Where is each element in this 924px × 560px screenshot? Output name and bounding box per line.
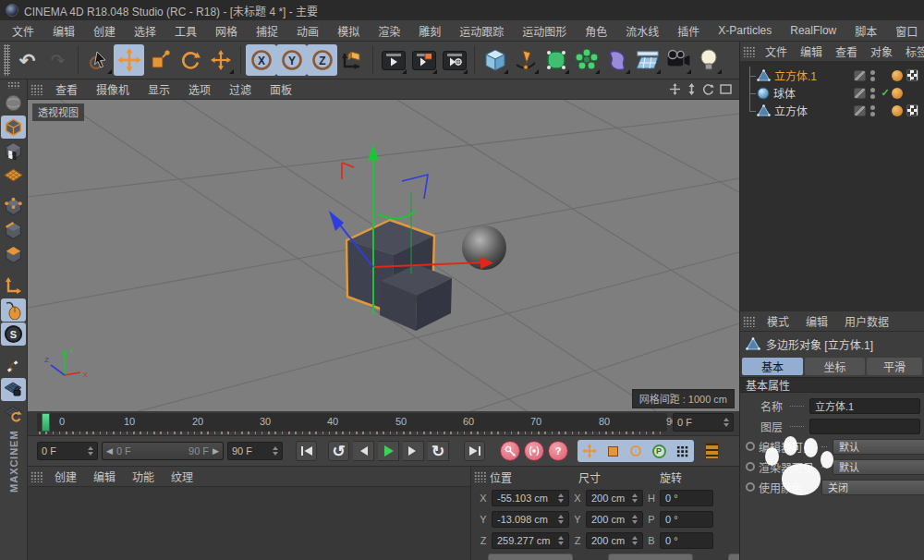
redo-button[interactable]: ↷	[43, 44, 73, 76]
menu-item[interactable]: 渲染	[370, 21, 408, 41]
lock-y-axis-button[interactable]: Y	[276, 44, 307, 76]
snap-settings-button[interactable]: S	[1, 323, 26, 346]
layer-input[interactable]	[809, 419, 920, 434]
visibility-dots-icon[interactable]	[869, 88, 876, 99]
object-row-sphere[interactable]: 球体 ✓	[740, 84, 924, 102]
viewport-pan-icon[interactable]	[669, 83, 681, 95]
material-menu-item[interactable]: 创建	[46, 467, 85, 486]
object-manager-menu-item[interactable]: 标签	[899, 42, 924, 61]
camera-button[interactable]	[663, 44, 693, 76]
timeline-frame-field[interactable]: 0 F	[673, 413, 734, 432]
rotation-field[interactable]: 0 °	[660, 511, 713, 528]
position-field[interactable]: -55.103 cm	[492, 490, 569, 506]
viewport-menu-item[interactable]: 面板	[261, 79, 301, 99]
material-menu-item[interactable]: 纹理	[163, 467, 201, 486]
menu-item[interactable]: 角色	[577, 21, 615, 41]
rotation-field[interactable]: 0 °	[660, 490, 713, 506]
ruler-track[interactable]: 0102030405060708090	[37, 413, 667, 432]
polygons-mode-button[interactable]	[1, 243, 26, 266]
viewport-canvas[interactable]: Y X Z 透视视图 网格间距 : 1000 cm	[28, 100, 739, 411]
next-frame-button[interactable]	[403, 441, 424, 461]
use-color-dropdown[interactable]: 关闭	[821, 480, 924, 495]
enabled-check-icon[interactable]: ✓	[879, 87, 892, 99]
record-keyframe-button[interactable]	[500, 441, 520, 461]
play-forwards-button[interactable]	[378, 441, 399, 461]
render-to-picture-viewer-button[interactable]	[408, 44, 439, 76]
attribute-menu-grip[interactable]	[743, 316, 755, 327]
selection-tool-button[interactable]	[83, 44, 114, 76]
record-position-toggle[interactable]	[578, 441, 601, 461]
cloner-array-button[interactable]	[571, 44, 602, 76]
previous-frame-button[interactable]	[353, 441, 374, 461]
range-left-arrow-icon[interactable]: ◀	[106, 446, 113, 456]
tab-coordinates[interactable]: 坐标	[805, 358, 865, 375]
phong-tag-icon[interactable]	[892, 88, 903, 99]
enable-snap-button[interactable]	[1, 354, 26, 377]
phong-tag-icon[interactable]	[892, 105, 903, 116]
menu-item[interactable]: 流水线	[617, 21, 667, 41]
menu-item[interactable]: 窗口	[887, 21, 924, 41]
menu-item[interactable]: 模拟	[329, 21, 368, 41]
object-name[interactable]: 球体	[773, 85, 854, 101]
material-menu-item[interactable]: 编辑	[85, 467, 124, 486]
object-row-cube[interactable]: 立方体	[740, 102, 924, 119]
spinner-icon[interactable]	[723, 418, 729, 427]
menu-item[interactable]: RealFlow	[782, 22, 845, 39]
layer-toggle-icon[interactable]	[854, 88, 866, 99]
render-settings-button[interactable]	[439, 44, 469, 76]
coordinate-system-button[interactable]	[337, 44, 368, 76]
add-cube-button[interactable]	[480, 44, 510, 76]
scale-tool-button[interactable]	[144, 44, 175, 76]
play-backwards-button[interactable]: ↺	[328, 441, 349, 461]
frame-range-slider[interactable]: ◀ 0 F 90 F ▶	[102, 442, 224, 460]
keyframe-selection-button[interactable]: ?	[548, 441, 568, 461]
workplane-mode-button[interactable]	[1, 164, 26, 187]
light-button[interactable]	[693, 44, 723, 76]
tweak-mode-button[interactable]	[1, 298, 26, 322]
viewport-rotate-icon[interactable]	[702, 83, 714, 95]
environment-floor-button[interactable]	[632, 44, 663, 76]
layer-toggle-icon[interactable]	[854, 70, 866, 81]
rail-grip[interactable]	[7, 81, 20, 89]
texture-mode-button[interactable]	[1, 140, 26, 163]
menu-item[interactable]: 雕刻	[410, 21, 449, 41]
lock-z-axis-button[interactable]: Z	[307, 44, 337, 76]
deformer-button[interactable]	[602, 44, 632, 76]
record-parameter-toggle[interactable]: P	[648, 441, 670, 461]
object-manager-grip[interactable]	[743, 46, 755, 57]
spinner-icon[interactable]	[273, 446, 278, 456]
add-spline-pen-button[interactable]	[510, 44, 541, 76]
object-manager-menu-item[interactable]: 对象	[864, 42, 899, 61]
menu-item[interactable]: 编辑	[44, 21, 83, 41]
viewport-menu-item[interactable]: 过滤	[220, 79, 261, 99]
spinner-icon[interactable]	[558, 493, 564, 503]
viewport-menu-item[interactable]: 摄像机	[87, 79, 139, 99]
spinner-icon[interactable]	[88, 446, 93, 456]
visibility-dots-icon[interactable]	[869, 105, 876, 116]
rotate-tool-button[interactable]	[175, 44, 205, 76]
menu-item[interactable]: 捕捉	[248, 21, 286, 41]
uvw-tag-icon[interactable]	[906, 104, 918, 116]
lock-x-axis-button[interactable]: X	[246, 44, 276, 76]
menu-item[interactable]: 运动图形	[514, 21, 575, 41]
current-frame-field[interactable]: 0 F	[37, 442, 98, 460]
tab-phong[interactable]: 平滑	[867, 358, 922, 375]
go-to-end-button[interactable]	[464, 441, 485, 461]
viewport-menu-grip[interactable]	[30, 84, 43, 95]
lock-workplane-button[interactable]	[1, 378, 26, 401]
render-view-button[interactable]	[378, 44, 408, 76]
menu-item[interactable]: X-Particles	[710, 22, 780, 39]
move-tool-button[interactable]	[114, 44, 144, 76]
material-menu-grip[interactable]	[30, 471, 43, 482]
menu-item[interactable]: 创建	[85, 21, 124, 41]
subdivision-surface-button[interactable]	[541, 44, 571, 76]
size-field[interactable]: 200 cm	[586, 511, 643, 528]
viewport-zoom-icon[interactable]	[687, 83, 697, 95]
range-right-arrow-icon[interactable]: ▶	[213, 446, 219, 456]
visibility-dots-icon[interactable]	[869, 70, 876, 81]
layer-toggle-icon[interactable]	[854, 105, 866, 116]
menu-item[interactable]: 脚本	[846, 21, 885, 41]
material-menu-item[interactable]: 功能	[124, 467, 163, 486]
toolbar-grip[interactable]	[4, 44, 10, 76]
record-rotation-toggle[interactable]	[625, 441, 647, 461]
